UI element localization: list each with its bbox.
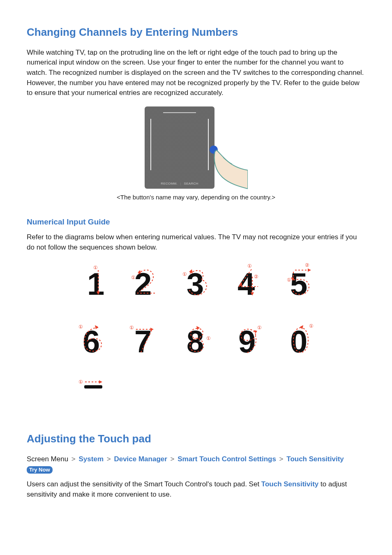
svg-marker-27 xyxy=(150,328,154,331)
breadcrumb-sep: > xyxy=(171,455,175,463)
svg-text:①: ① xyxy=(247,263,252,269)
svg-text:5: 5 xyxy=(290,266,307,301)
svg-text:①: ① xyxy=(78,324,83,330)
breadcrumb-stc-settings[interactable]: Smart Touch Control Settings xyxy=(178,455,276,463)
touchpad-body: RECOMM. | SEARCH xyxy=(145,106,214,189)
digit-8: 8 ① xyxy=(177,320,216,355)
touchpad-figure: RECOMM. | SEARCH xyxy=(145,106,247,189)
digit-2: 2 ① xyxy=(125,263,164,298)
svg-text:②: ② xyxy=(254,274,258,280)
svg-text:①: ① xyxy=(257,325,262,331)
finger-illustration xyxy=(210,146,247,191)
touchpad-caption: <The button's name may vary, depending o… xyxy=(27,193,365,202)
adjust-body-pre: Users can adjust the sensitivity of the … xyxy=(27,480,261,488)
svg-text:2: 2 xyxy=(134,266,152,301)
svg-text:②: ② xyxy=(305,263,309,268)
touchpad-left-edge xyxy=(150,119,151,170)
digits-row-1: 1 ① 2 ① 3 ① 4 xyxy=(73,263,319,298)
svg-marker-41 xyxy=(99,380,102,384)
heading-numerical-guide: Numerical Input Guide xyxy=(27,216,365,228)
breadcrumb-sep: > xyxy=(107,455,111,463)
heading-channels: Changing Channels by Entering Numbers xyxy=(27,25,365,40)
touchpad-bottom-labels: RECOMM. | SEARCH xyxy=(145,181,214,186)
heading-adjust-touchpad: Adjusting the Touch pad xyxy=(27,431,365,447)
try-now-badge[interactable]: Try Now xyxy=(27,466,53,474)
svg-text:①: ① xyxy=(206,335,211,341)
digit-5: 5 ① ② xyxy=(280,263,319,298)
svg-text:9: 9 xyxy=(238,324,256,359)
svg-rect-39 xyxy=(84,385,102,388)
digit-0: 0 ① xyxy=(280,320,319,355)
breadcrumb-sep: > xyxy=(71,455,76,463)
channels-body: While watching TV, tap on the protruding… xyxy=(27,48,365,98)
breadcrumb: Screen Menu > System > Device Manager > … xyxy=(27,454,365,474)
digit-4: 4 ① ② xyxy=(228,263,267,298)
svg-text:①: ① xyxy=(131,275,136,280)
svg-text:①: ① xyxy=(129,325,134,331)
digit-3: 3 ① xyxy=(177,263,216,298)
digit-1: 1 ① xyxy=(73,263,112,298)
touchpad-label-search: SEARCH xyxy=(184,182,198,185)
adjust-body: Users can adjust the sensitivity of the … xyxy=(27,479,365,500)
breadcrumb-sep: > xyxy=(279,455,284,463)
breadcrumb-prefix: Screen Menu xyxy=(27,455,68,463)
digits-row-dash: ① xyxy=(73,374,319,409)
svg-text:1: 1 xyxy=(87,266,104,301)
svg-text:0: 0 xyxy=(290,324,307,359)
digits-row-2: 6 ① 7 ① 8 ① 9 xyxy=(73,320,319,355)
digit-6: 6 ① xyxy=(73,320,112,355)
svg-text:①: ① xyxy=(309,323,314,329)
digits-grid: 1 ① 2 ① 3 ① 4 xyxy=(73,263,319,409)
svg-text:①: ① xyxy=(93,265,98,271)
touchpad-top-line xyxy=(163,112,196,113)
breadcrumb-device-manager[interactable]: Device Manager xyxy=(114,455,167,463)
breadcrumb-touch-sensitivity[interactable]: Touch Sensitivity xyxy=(286,455,344,463)
svg-marker-18 xyxy=(308,268,311,272)
digit-dash: ① xyxy=(73,374,112,409)
touchpad-label-recomm: RECOMM. xyxy=(161,182,178,185)
numerical-guide-body: Refer to the diagrams below when enterin… xyxy=(27,232,365,252)
svg-text:①: ① xyxy=(78,379,83,385)
svg-text:①: ① xyxy=(182,271,187,277)
breadcrumb-system[interactable]: System xyxy=(79,455,104,463)
touchpad-right-edge xyxy=(208,119,209,170)
adjust-body-term: Touch Sensitivity xyxy=(261,480,319,488)
digit-9: 9 ① xyxy=(228,320,267,355)
digit-7: 7 ① xyxy=(125,320,164,355)
svg-text:①: ① xyxy=(287,277,291,283)
